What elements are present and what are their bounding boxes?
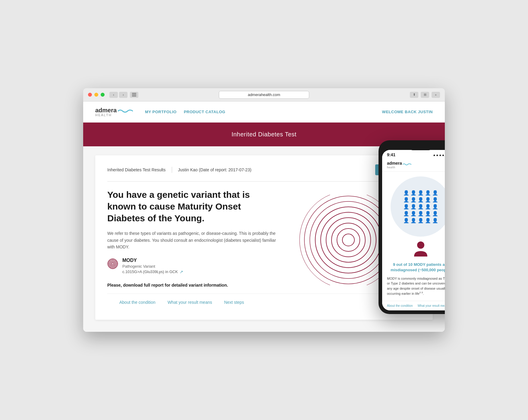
mac-titlebar: ‹ › admerahealth.com ⬆ ⊞ + <box>83 88 445 101</box>
person-icon: 👤 <box>425 211 431 216</box>
report-title: Inherited Diabetes Test Results <box>107 167 166 172</box>
variant-mody-icon <box>107 258 118 269</box>
toolbar-right: ⬆ ⊞ + <box>410 92 440 98</box>
variant-code: c.1015G>A (Glu339Lys) in GCK ↗ <box>122 269 183 274</box>
person-icon: 👤 <box>403 218 409 223</box>
result-text-section: You have a genetic variant that is known… <box>107 189 276 287</box>
nav-my-portfolio[interactable]: MY PORTFOLIO <box>145 110 177 114</box>
person-icon: 👤 <box>432 211 438 216</box>
phone-nav: admera health ≡ <box>382 158 445 172</box>
nav-links: MY PORTFOLIO PRODUCT CATALOG <box>145 110 225 114</box>
people-grid: 👤 👤 👤 👤 👤 👤 👤 👤 👤 👤 <box>397 184 444 229</box>
address-bar[interactable]: admerahealth.com <box>219 91 309 99</box>
person-icon: 👤 <box>410 197 416 203</box>
variant-name: MODY <box>122 258 183 263</box>
phone-logo: admera health <box>387 161 411 169</box>
person-icon: 👤 <box>410 218 416 223</box>
maximize-button[interactable] <box>101 93 105 97</box>
person-icon: 👤 <box>432 204 438 210</box>
phone-logo-name: admera <box>387 161 402 166</box>
report-patient: Justin Kao (Date of report: 2017-07-23) <box>178 167 252 172</box>
share-button[interactable]: ⬆ <box>410 92 418 98</box>
result-description: We refer to these types of variants as p… <box>107 230 276 250</box>
result-headline: You have a genetic variant that is known… <box>107 189 276 224</box>
variant-info: MODY Pathogenic Variant c.1015G>A (Glu33… <box>122 258 183 274</box>
person-icon: 👤 <box>418 190 424 196</box>
rings-svg <box>288 195 379 285</box>
new-tab-button[interactable]: ⊞ <box>421 92 429 98</box>
stat-person-icon <box>412 240 430 258</box>
result-main: You have a genetic variant that is known… <box>107 189 421 287</box>
phone-logo-sub: health <box>387 166 411 169</box>
svg-point-13 <box>321 212 376 268</box>
logo-wave-icon <box>118 108 133 114</box>
minimize-button[interactable] <box>94 93 98 97</box>
svg-point-3 <box>112 263 114 265</box>
report-divider <box>172 167 172 173</box>
variant-type: Pathogenic Variant <box>122 264 183 269</box>
person-icon: 👤 <box>425 197 431 203</box>
person-icon: 👤 <box>418 204 424 210</box>
tab-about-condition[interactable]: About the condition <box>119 300 156 305</box>
svg-point-14 <box>315 207 379 273</box>
phone-screen: 9:41 ▲▲▲▲ ▲ ▓▓ admera <box>382 150 445 310</box>
person-icon: 👤 <box>403 211 409 216</box>
phone-mockup: 9:41 ▲▲▲▲ ▲ ▓▓ admera <box>379 140 445 314</box>
sidebar-toggle-button[interactable] <box>130 92 138 98</box>
stat-description: MODY is commonly misdiagnosed as Type 1 … <box>387 276 445 296</box>
forward-button[interactable]: › <box>119 92 127 98</box>
svg-rect-2 <box>132 96 136 96</box>
person-icon: 👤 <box>418 197 424 203</box>
nav-buttons: ‹ › <box>109 92 138 98</box>
svg-point-11 <box>332 223 365 257</box>
phone-tab-about[interactable]: About the condition <box>387 304 413 307</box>
phone-logo-wave-icon <box>403 163 411 166</box>
report-header: Inherited Diabetes Test Results Justin K… <box>107 164 421 182</box>
circles-visualization <box>288 195 379 285</box>
hero-title: Inherited Diabetes Test <box>95 131 433 138</box>
svg-point-12 <box>326 218 371 262</box>
person-icon: 👤 <box>432 197 438 203</box>
person-icon: 👤 <box>418 218 424 223</box>
phone-notch-area <box>382 144 445 151</box>
person-icon: 👤 <box>403 190 409 196</box>
variant-block: MODY Pathogenic Variant c.1015G>A (Glu33… <box>107 258 276 274</box>
site-nav: admera health MY PORTFOLIO PRODUCT CATAL… <box>83 101 445 123</box>
url-text: admerahealth.com <box>248 92 280 97</box>
svg-point-10 <box>337 229 360 251</box>
person-icon: 👤 <box>418 211 424 216</box>
site-logo: admera health <box>95 107 133 117</box>
tab-result-means[interactable]: What your result means <box>168 300 212 305</box>
person-icon: 👤 <box>432 218 438 223</box>
signal-icon: ▲▲▲▲ <box>433 153 445 157</box>
phone-tab-result[interactable]: What your result means <box>418 304 445 307</box>
person-icon: 👤 <box>410 190 416 196</box>
person-icon: 👤 <box>432 190 438 196</box>
svg-rect-1 <box>132 95 136 95</box>
nav-product-catalog[interactable]: PRODUCT CATALOG <box>184 110 225 114</box>
svg-point-7 <box>108 259 117 268</box>
add-button[interactable]: + <box>432 92 440 98</box>
person-icon: 👤 <box>425 218 431 223</box>
mac-window-controls <box>88 93 105 97</box>
person-icon: 👤 <box>425 190 431 196</box>
close-button[interactable] <box>88 93 92 97</box>
phone-content: 👤 👤 👤 👤 👤 👤 👤 👤 👤 👤 <box>382 172 445 301</box>
phone-statusbar: 9:41 ▲▲▲▲ ▲ ▓▓ <box>382 150 445 158</box>
phone-bottom-tabs: About the condition What your result mea… <box>382 301 445 310</box>
phone-time: 9:41 <box>387 152 395 157</box>
main-content: Inherited Diabetes Test Results Justin K… <box>83 146 445 331</box>
person-icon: 👤 <box>403 197 409 203</box>
external-link-icon[interactable]: ↗ <box>180 269 183 274</box>
svg-point-4 <box>111 262 115 266</box>
person-icon: 👤 <box>403 204 409 210</box>
nav-welcome: WELCOME BACK JUSTIN <box>382 110 433 114</box>
stat-person-area <box>387 240 445 260</box>
tab-next-steps[interactable]: Next steps <box>224 300 244 305</box>
svg-point-9 <box>342 234 354 246</box>
person-icon: 👤 <box>410 204 416 210</box>
back-button[interactable]: ‹ <box>109 92 118 98</box>
phone-status-icons: ▲▲▲▲ ▲ ▓▓ <box>433 153 445 157</box>
download-note: Please, download full report for detaile… <box>107 283 276 288</box>
svg-point-15 <box>310 201 379 278</box>
